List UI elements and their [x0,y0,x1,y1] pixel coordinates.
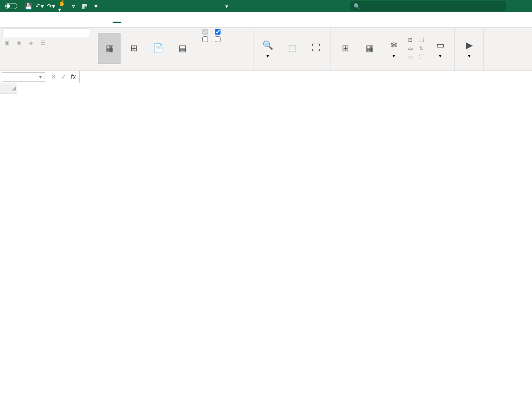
page-break-icon: ⊞ [127,41,141,55]
tab-home[interactable] [19,17,28,23]
side-by-side-button: ⿲ [417,36,428,44]
name-box[interactable]: ▾ [2,72,45,82]
exit-button: ◉ [15,39,25,47]
form-icon[interactable]: ▦ [81,2,88,10]
formula-bar-row: ▾ ✕ ✓ fx [0,71,532,83]
toggle-icon [5,3,17,9]
tab-insert[interactable] [35,17,43,23]
split-button[interactable]: ⊟ [406,36,416,44]
zoom-100-icon: ⬚ [285,41,299,55]
tab-powerpivot[interactable] [159,17,168,23]
arrange-all-button[interactable]: ▦ [358,33,381,64]
page-break-button[interactable]: ⊞ [122,33,146,64]
touch-icon[interactable]: ☝▾ [58,2,66,10]
page-layout-icon: 📄 [151,41,165,55]
tab-view[interactable] [113,16,121,23]
undo-icon[interactable]: ↶▾ [36,2,43,10]
ruler-checkbox [200,29,212,35]
search-icon: 🔍 [354,3,360,10]
options-button: ☰ [39,39,49,47]
new-window-button[interactable]: ⊞ [334,33,357,64]
zoom-button[interactable]: 🔍▾ [256,33,279,64]
tab-help[interactable] [144,17,152,23]
fx-icon[interactable]: fx [71,73,76,81]
tab-formulas[interactable] [66,17,75,23]
gridlines-checkbox[interactable] [200,36,212,42]
tab-file[interactable] [3,17,12,23]
zoom-icon: 🔍 [261,38,275,52]
quick-access-toolbar: 💾 ↶▾ ↷▾ ☝▾ ▿ ▦ ▾ [21,2,103,10]
zoom-100-button[interactable]: ⬚ [280,33,304,64]
select-all-corner[interactable] [0,83,17,94]
hide-button[interactable]: ▭ [406,45,416,52]
tab-review[interactable] [97,17,106,23]
zoom-selection-icon: ⛶ [309,41,323,55]
window-title: ▾ [103,3,350,10]
group-macros [457,68,481,70]
tab-developer[interactable] [128,17,137,23]
freeze-icon: ❄ [387,38,401,52]
normal-view-button[interactable]: ▦ [98,33,121,64]
tab-data[interactable] [81,17,90,23]
save-icon[interactable]: 💾 [24,2,32,10]
ribbon-tabs [0,12,532,28]
autosave-toggle[interactable] [0,3,21,9]
spreadsheet-grid[interactable] [0,83,532,400]
reset-pos-button: ⛶ [417,53,428,61]
new-window-icon: ⊞ [338,41,352,55]
title-bar: 💾 ↶▾ ↷▾ ☝▾ ▿ ▦ ▾ ▾ 🔍 [0,0,532,12]
headings-checkbox[interactable] [212,36,225,42]
formula-bar-checkbox[interactable] [212,29,225,35]
group-zoom [256,68,328,70]
ribbon: ▣ ◉ ◈ ☰ ▦ ⊞ 📄 ▤ [0,28,532,71]
redo-icon[interactable]: ↷▾ [47,2,55,10]
arrange-all-icon: ▦ [363,41,376,55]
cancel-formula-icon: ✕ [51,73,56,81]
zoom-selection-button[interactable]: ⛶ [305,33,328,64]
macros-button[interactable]: ▶▾ [457,33,481,64]
page-layout-button[interactable]: 📄 [146,33,170,64]
search-input[interactable]: 🔍 [350,1,506,11]
unhide-button: ▭ [406,53,416,61]
keep-button: ▣ [3,39,13,47]
custom-view-icon: ▤ [175,41,189,55]
enter-formula-icon: ✓ [61,73,66,81]
sync-scroll-button: ⇅ [417,45,428,52]
new-button: ◈ [27,39,36,47]
group-window [334,68,452,70]
group-sheet-views [3,68,92,70]
group-workbook-views [98,68,194,70]
custom-view-button[interactable]: ▤ [171,33,194,64]
tab-layout[interactable] [50,17,59,23]
group-show [200,68,250,70]
switch-window-icon: ▭ [433,38,447,52]
freeze-panes-button[interactable]: ❄▾ [382,33,405,64]
macros-icon: ▶ [462,38,476,52]
filter-icon[interactable]: ▿ [69,2,77,10]
sheet-view-default[interactable] [3,29,89,37]
normal-view-icon: ▦ [103,41,117,55]
qat-more-icon[interactable]: ▾ [92,2,100,10]
switch-window-button[interactable]: ▭▾ [428,33,452,64]
